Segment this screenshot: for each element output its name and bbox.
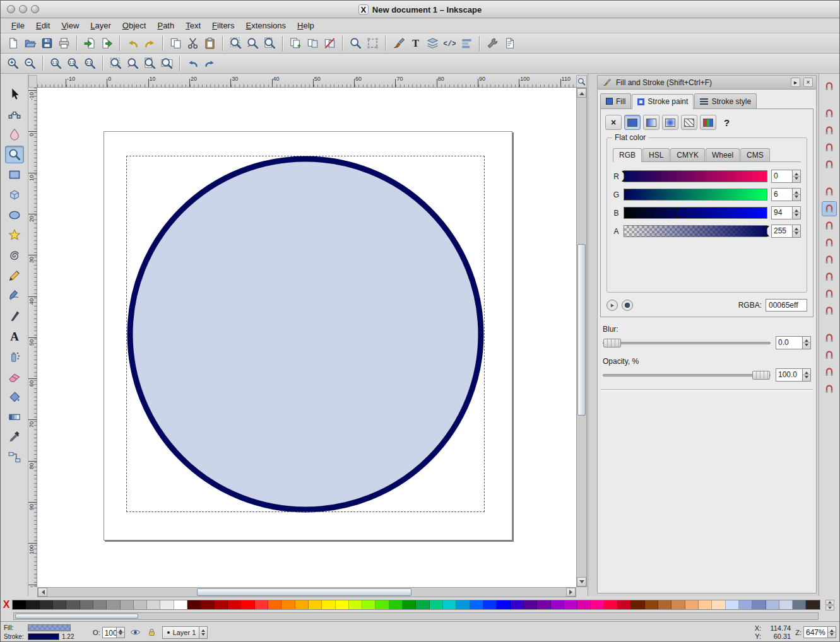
slider-spin-a[interactable]: 255 [771, 225, 801, 238]
document-properties-button[interactable] [501, 35, 518, 52]
palette-swatch[interactable] [322, 600, 335, 609]
palette-swatch[interactable] [349, 600, 362, 609]
menu-path[interactable]: Path [151, 19, 180, 32]
snap-node-button[interactable] [822, 201, 837, 216]
opacity-spin-arrows[interactable] [802, 369, 810, 381]
cut-button[interactable] [184, 35, 201, 52]
zoom-spinbox[interactable]: 647% [803, 626, 836, 638]
palette-swatch[interactable] [658, 600, 671, 609]
snap-grid-guide-button[interactable] [822, 382, 837, 397]
palette-swatch[interactable] [699, 600, 712, 609]
palette-swatch[interactable] [631, 600, 644, 609]
menu-layer[interactable]: Layer [85, 19, 117, 32]
stroke-swatch[interactable] [28, 633, 59, 640]
find-button[interactable] [347, 35, 364, 52]
spray-tool[interactable] [5, 347, 24, 365]
text-tool[interactable]: A [5, 327, 24, 345]
fill-stroke-indicator[interactable]: Fill: Stroke: 1.22 [4, 624, 88, 641]
paint-flat-button[interactable] [624, 115, 641, 130]
palette-swatch[interactable] [215, 600, 228, 609]
rectangle-tool[interactable] [5, 166, 24, 184]
snap-cusp-node-button[interactable] [822, 252, 837, 267]
gradient-tool[interactable] [5, 408, 24, 426]
palette-swatch[interactable] [40, 600, 53, 609]
layer-visibility-toggle[interactable] [129, 626, 141, 638]
paint-radial-gradient-button[interactable] [662, 115, 678, 130]
tab-wheel[interactable]: Wheel [706, 148, 740, 161]
palette-swatch[interactable] [389, 600, 403, 609]
opacity-spinbox[interactable]: 100.0 [776, 368, 811, 382]
zoom-page-button[interactable] [261, 35, 278, 52]
zoom-drawing-button[interactable] [244, 35, 261, 52]
star-tool[interactable] [5, 226, 24, 244]
new-document-button[interactable] [4, 35, 21, 52]
copy-button[interactable] [167, 35, 184, 52]
paint-none-button[interactable]: × [605, 115, 622, 130]
snap-path-button[interactable] [822, 218, 837, 233]
spin-down-icon[interactable] [828, 632, 836, 638]
snap-bbox-corner-button[interactable] [822, 140, 837, 155]
slider-spin-r[interactable]: 0 [771, 170, 801, 183]
palette-swatch[interactable] [443, 600, 456, 609]
spin-up-icon[interactable] [803, 337, 810, 342]
zoom-ratio-2-1-button[interactable]: 2:1 [81, 55, 98, 72]
zoom-previous-button[interactable] [184, 55, 201, 72]
slider-handle-r[interactable] [621, 171, 627, 182]
node-editor-tool[interactable] [5, 105, 24, 123]
opacity-slider[interactable] [603, 370, 771, 380]
palette-swatch[interactable] [577, 600, 591, 609]
palette-swatch[interactable] [793, 600, 806, 609]
spin-up-icon[interactable] [793, 170, 800, 176]
palette-swatch[interactable] [201, 600, 214, 609]
paint-pattern-button[interactable] [681, 115, 697, 130]
palette-swatch[interactable] [806, 600, 819, 609]
spin-down-icon[interactable] [803, 342, 810, 349]
layer-spin-arrows[interactable] [199, 627, 207, 638]
spin-down-icon[interactable] [117, 632, 124, 638]
tab-hsl[interactable]: HSL [642, 148, 670, 161]
palette-scrollbar-thumb[interactable] [15, 614, 138, 619]
eraser-tool[interactable] [5, 368, 24, 385]
spin-up-icon[interactable] [803, 369, 810, 375]
spin-up-icon[interactable] [793, 189, 800, 194]
palette-swatch[interactable] [591, 600, 604, 609]
dialog-undock-button[interactable]: ▸ [791, 78, 800, 87]
palette-swatch[interactable] [739, 600, 752, 609]
palette-swatch[interactable] [93, 600, 107, 609]
close-button[interactable] [7, 5, 15, 13]
export-button[interactable] [98, 35, 115, 52]
palette-swatch[interactable] [134, 600, 147, 609]
tab-fill[interactable]: Fill [600, 93, 631, 108]
slider-spin-g[interactable]: 6 [771, 188, 801, 201]
palette-swatch[interactable] [524, 600, 537, 609]
slider-spin-g-arrows[interactable] [792, 189, 800, 201]
palette-swatch[interactable] [228, 600, 241, 609]
snap-bbox-edge-button[interactable] [822, 123, 837, 138]
menu-text[interactable]: Text [180, 19, 206, 32]
palette-swatch[interactable] [605, 600, 618, 609]
scroll-down-button[interactable] [577, 577, 586, 587]
print-document-button[interactable] [56, 35, 73, 52]
scroll-left-button[interactable] [38, 588, 47, 597]
zoom-ratio-1-2-button[interactable]: 1:2 [64, 55, 81, 72]
menu-object[interactable]: Object [117, 19, 152, 32]
palette-swatch[interactable] [26, 600, 39, 609]
tab-cms[interactable]: CMS [740, 148, 770, 161]
slider-handle-a[interactable] [764, 226, 770, 236]
palette-swatch[interactable] [80, 600, 93, 609]
canvas[interactable] [37, 88, 576, 587]
slider-spin-r-arrows[interactable] [792, 170, 800, 182]
palette-swatch[interactable] [107, 600, 120, 609]
rgba-entry[interactable]: 00065eff [766, 299, 807, 312]
undo-button[interactable] [124, 35, 141, 52]
text-dialog-button[interactable]: T [407, 35, 424, 52]
palette-swatch[interactable] [362, 600, 376, 609]
scroll-up-button[interactable] [577, 88, 586, 98]
palette-swatch[interactable] [430, 600, 443, 609]
spiral-tool[interactable] [5, 247, 24, 264]
palette-swatch[interactable] [416, 600, 429, 609]
ruler-zoom-corner[interactable] [576, 75, 587, 88]
snap-bbox-edge-midpoint-button[interactable] [822, 157, 837, 172]
palette-swatch[interactable] [551, 600, 564, 609]
zoom-ratio-1-1-button[interactable]: 1:1 [47, 55, 64, 72]
